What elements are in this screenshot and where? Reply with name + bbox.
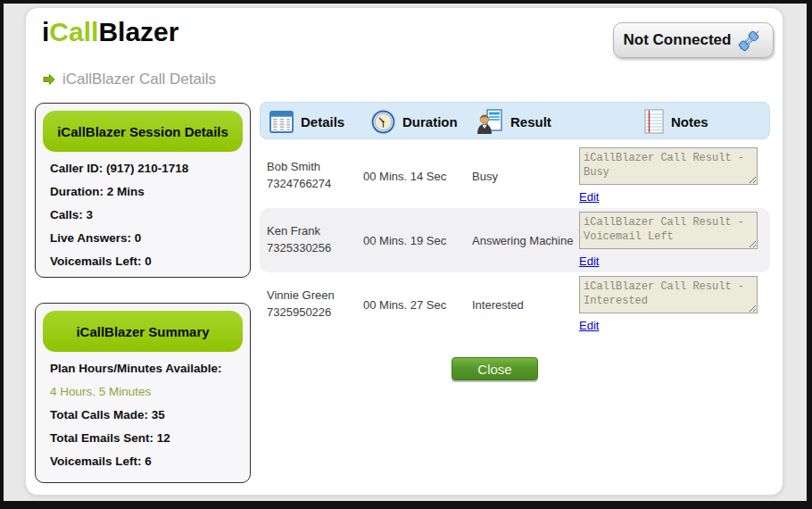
call-row-vinnie-green: Vinnie Green 7325950226 00 Mins. 27 Sec …: [260, 272, 770, 337]
duration-cell: 00 Mins. 27 Sec: [363, 272, 446, 337]
contact-phone: 7324766274: [267, 176, 331, 193]
column-header-result: Result: [476, 103, 551, 140]
notes-cell: iCallBlazer Call Result - Busy Edit: [579, 147, 770, 204]
result-cell: Answering Machine: [472, 208, 573, 272]
contact-name: Ken Frank: [267, 223, 320, 240]
summary-plan-label: Plan Hours/Minutes Available:: [36, 362, 250, 375]
call-details-table: Details Duration: [260, 102, 770, 396]
edit-note-link[interactable]: Edit: [579, 254, 599, 268]
column-label-duration: Duration: [402, 114, 458, 129]
app-window: iCallBlazer Not Connected: [25, 7, 783, 496]
column-header-details: Details: [269, 103, 344, 140]
logo-part-call: Call: [49, 17, 98, 46]
session-voicemails-left: Voicemails Left: 0: [36, 254, 250, 268]
contact-phone: 7325950226: [267, 305, 331, 321]
summary-voicemails-left: Voicemails Left: 6: [36, 455, 250, 468]
column-label-result: Result: [510, 114, 551, 129]
contact-cell: Bob Smith 7324766274: [267, 144, 331, 208]
column-header-notes: Notes: [644, 103, 708, 140]
duration-cell: 00 Mins. 14 Sec: [363, 144, 446, 208]
contact-phone: 7325330256: [267, 240, 331, 257]
breadcrumb: iCallBlazer Call Details: [42, 71, 216, 88]
note-textarea[interactable]: iCallBlazer Call Result - Voicemail Left: [579, 212, 758, 249]
status-button-label: Not Connected: [624, 31, 732, 49]
app-logo: iCallBlazer: [42, 17, 178, 47]
result-cell: Interested: [472, 272, 524, 337]
not-connected-button[interactable]: Not Connected: [613, 22, 774, 58]
person-document-icon: [476, 109, 503, 134]
session-details-box: iCallBlazer Session Details Caller ID: (…: [35, 103, 251, 278]
notepad-icon: [644, 109, 664, 134]
column-header-duration: Duration: [371, 103, 458, 140]
plug-disconnected-icon: [736, 27, 763, 54]
summary-total-emails: Total Emails Sent: 12: [36, 431, 250, 445]
spreadsheet-icon: [269, 111, 294, 133]
call-row-ken-frank: Ken Frank 7325330256 00 Mins. 19 Sec Ans…: [260, 208, 770, 272]
session-caller-id: Caller ID: (917) 210-1718: [36, 162, 250, 175]
session-details-title: iCallBlazer Session Details: [43, 111, 243, 152]
contact-name: Vinnie Green: [267, 288, 335, 305]
column-label-details: Details: [301, 114, 344, 129]
breadcrumb-label: iCallBlazer Call Details: [62, 71, 216, 88]
notes-cell: iCallBlazer Call Result - Voicemail Left…: [579, 212, 770, 268]
session-calls: Calls: 3: [36, 208, 250, 221]
note-textarea[interactable]: iCallBlazer Call Result - Busy: [579, 147, 758, 185]
summary-box: iCallBlazer Summary Plan Hours/Minutes A…: [35, 303, 251, 483]
summary-total-calls: Total Calls Made: 35: [36, 408, 250, 421]
session-live-answers: Live Answers: 0: [36, 231, 250, 245]
contact-cell: Vinnie Green 7325950226: [267, 272, 335, 337]
duration-cell: 00 Mins. 19 Sec: [363, 208, 446, 272]
edit-note-link[interactable]: Edit: [579, 190, 599, 204]
notes-cell: iCallBlazer Call Result - Interested Edi…: [579, 276, 770, 332]
summary-plan-value: 4 Hours. 5 Minutes: [36, 385, 250, 398]
result-cell: Busy: [472, 144, 498, 208]
call-row-bob-smith: Bob Smith 7324766274 00 Mins. 14 Sec Bus…: [260, 144, 770, 208]
contact-cell: Ken Frank 7325330256: [267, 208, 331, 272]
logo-part-blazer: Blazer: [98, 17, 178, 46]
column-label-notes: Notes: [671, 114, 708, 129]
edit-note-link[interactable]: Edit: [579, 319, 599, 332]
summary-title: iCallBlazer Summary: [43, 311, 243, 352]
table-header: Details Duration: [260, 102, 770, 139]
contact-name: Bob Smith: [267, 159, 320, 176]
session-duration: Duration: 2 Mins: [36, 185, 250, 198]
green-arrow-right-icon: [42, 72, 56, 87]
note-textarea[interactable]: iCallBlazer Call Result - Interested: [579, 276, 758, 313]
close-button[interactable]: Close: [452, 357, 538, 380]
clock-icon: [371, 110, 395, 134]
